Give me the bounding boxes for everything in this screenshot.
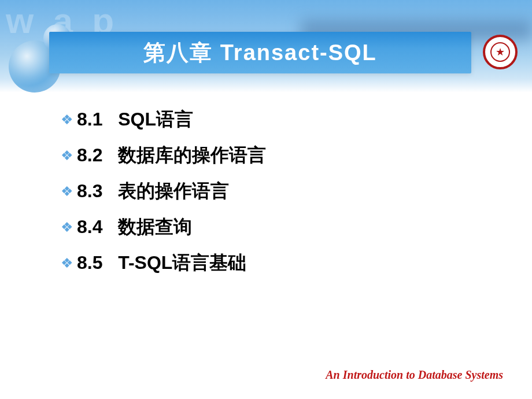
item-number: 8.2 <box>77 145 102 165</box>
content-list: ❖ 8.1 SQL语言 ❖ 8.2 数据库的操作语言 ❖ 8.3 表的操作语言 … <box>61 107 466 286</box>
diamond-bullet-icon: ❖ <box>61 113 73 127</box>
diamond-bullet-icon: ❖ <box>61 149 73 162</box>
diamond-bullet-icon: ❖ <box>61 220 73 234</box>
list-item: ❖ 8.2 数据库的操作语言 <box>61 143 466 168</box>
item-number: 8.5 <box>77 252 102 273</box>
item-text: 8.1 SQL语言 <box>77 107 193 132</box>
university-seal: ★ <box>483 35 518 69</box>
list-item: ❖ 8.1 SQL语言 <box>61 107 466 132</box>
title-bar: 第八章 Transact-SQL <box>49 32 471 73</box>
diamond-bullet-icon: ❖ <box>61 256 73 270</box>
list-item: ❖ 8.3 表的操作语言 <box>61 179 466 204</box>
footer-text: An Introduction to Database Systems <box>326 368 503 382</box>
item-label: T-SQL语言基础 <box>118 252 246 273</box>
item-number: 8.1 <box>77 109 102 130</box>
list-item: ❖ 8.4 数据查询 <box>61 215 466 240</box>
item-label: 数据库的操作语言 <box>118 145 266 165</box>
slide-title: 第八章 Transact-SQL <box>143 38 377 68</box>
item-label: SQL语言 <box>118 109 193 130</box>
item-text: 8.4 数据查询 <box>77 215 192 240</box>
item-text: 8.3 表的操作语言 <box>77 179 229 204</box>
item-label: 数据查询 <box>118 216 192 237</box>
item-text: 8.2 数据库的操作语言 <box>77 143 266 168</box>
list-item: ❖ 8.5 T-SQL语言基础 <box>61 250 466 276</box>
seal-star-icon: ★ <box>490 42 510 62</box>
item-number: 8.4 <box>77 216 102 237</box>
item-number: 8.3 <box>77 180 102 201</box>
diamond-bullet-icon: ❖ <box>61 184 73 198</box>
item-text: 8.5 T-SQL语言基础 <box>77 250 246 276</box>
item-label: 表的操作语言 <box>118 180 229 201</box>
